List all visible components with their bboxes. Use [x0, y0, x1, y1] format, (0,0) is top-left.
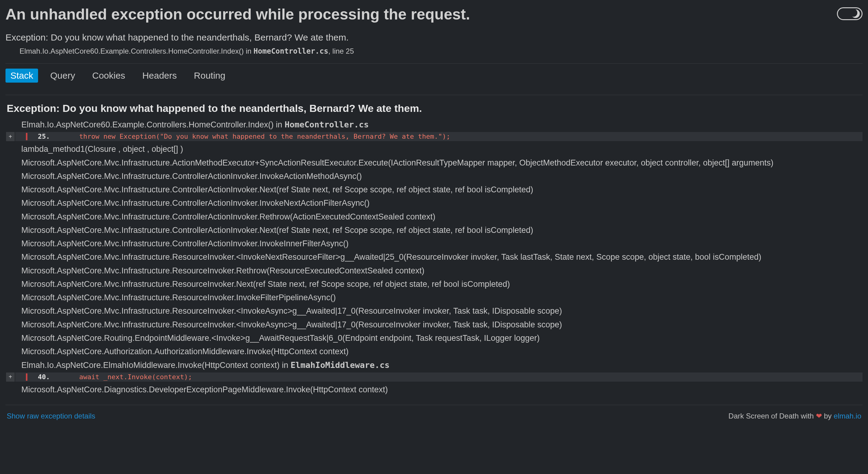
stack-frame[interactable]: Microsoft.AspNetCore.Mvc.Infrastructure.… — [21, 291, 863, 304]
stack-frame[interactable]: Elmah.Io.AspNetCore.ElmahIoMiddleware.In… — [21, 358, 863, 372]
footer-credit: Dark Screen of Death with ❤ by elmah.io — [728, 412, 861, 420]
stack-frame[interactable]: Microsoft.AspNetCore.Mvc.Infrastructure.… — [21, 264, 863, 277]
source-line: +25.throw new Exception("Do you know wha… — [15, 132, 863, 141]
expand-source-button[interactable]: + — [6, 132, 14, 141]
tab-stack[interactable]: Stack — [5, 68, 38, 83]
origin-line-prefix: , line — [328, 47, 346, 55]
moon-icon — [851, 9, 860, 18]
stack-frame[interactable]: Elmah.Io.AspNetCore60.Example.Controller… — [21, 118, 863, 131]
stack-frame[interactable]: Microsoft.AspNetCore.Mvc.Infrastructure.… — [21, 318, 863, 331]
heart-icon: ❤ — [816, 412, 822, 420]
source-line-number: 40. — [35, 373, 52, 382]
stack-frame[interactable]: Microsoft.AspNetCore.Mvc.Infrastructure.… — [21, 183, 863, 196]
credit-pre: Dark Screen of Death with — [728, 412, 816, 420]
tab-routing[interactable]: Routing — [189, 68, 230, 83]
stack-frame[interactable]: Microsoft.AspNetCore.Mvc.Infrastructure.… — [21, 170, 863, 183]
stack-frame[interactable]: Microsoft.AspNetCore.Diagnostics.Develop… — [21, 383, 863, 396]
stack-frame[interactable]: Microsoft.AspNetCore.Mvc.Infrastructure.… — [21, 224, 863, 237]
expand-source-button[interactable]: + — [6, 373, 14, 382]
exception-origin: Elmah.Io.AspNetCore60.Example.Controller… — [5, 47, 863, 56]
stack-frame[interactable]: Microsoft.AspNetCore.Mvc.Infrastructure.… — [21, 237, 863, 250]
source-line: +40.await _next.Invoke(context); — [15, 373, 863, 382]
stack-frame[interactable]: Microsoft.AspNetCore.Routing.EndpointMid… — [21, 331, 863, 345]
stack-frame[interactable]: lambda_method1(Closure , object , object… — [21, 142, 863, 156]
stack-frame[interactable]: Microsoft.AspNetCore.Mvc.Infrastructure.… — [21, 250, 863, 264]
stack-frame-file: ElmahIoMiddleware.cs — [290, 360, 390, 370]
source-line-number: 25. — [35, 132, 52, 141]
tab-bar: Stack Query Cookies Headers Routing — [5, 64, 863, 87]
theme-toggle[interactable] — [837, 7, 863, 20]
stack-frame[interactable]: Microsoft.AspNetCore.Mvc.Infrastructure.… — [21, 304, 863, 318]
page-title: An unhandled exception occurred while pr… — [5, 5, 470, 23]
origin-method: Elmah.Io.AspNetCore60.Example.Controller… — [20, 47, 253, 55]
source-code: await _next.Invoke(context); — [52, 373, 863, 382]
stack-heading: Exception: Do you know what happened to … — [5, 102, 863, 114]
stack-frames: Elmah.Io.AspNetCore60.Example.Controller… — [5, 118, 863, 396]
separator — [5, 95, 863, 95]
stack-frame[interactable]: Microsoft.AspNetCore.Mvc.Infrastructure.… — [21, 277, 863, 291]
source-code: throw new Exception("Do you know what ha… — [52, 132, 863, 141]
stack-frame[interactable]: Microsoft.AspNetCore.Mvc.Infrastructure.… — [21, 210, 863, 224]
elmah-link[interactable]: elmah.io — [834, 412, 861, 420]
exception-subtitle: Exception: Do you know what happened to … — [5, 32, 863, 43]
origin-line-no: 25 — [346, 47, 354, 55]
origin-file: HomeController.cs — [253, 47, 328, 56]
stack-frame[interactable]: Microsoft.AspNetCore.Mvc.Infrastructure.… — [21, 196, 863, 210]
show-raw-link[interactable]: Show raw exception details — [7, 412, 95, 420]
error-marker-icon — [14, 373, 35, 382]
tab-query[interactable]: Query — [45, 68, 80, 83]
error-marker-icon — [14, 132, 35, 141]
stack-frame-file: HomeController.cs — [284, 120, 369, 129]
stack-frame[interactable]: Microsoft.AspNetCore.Authorization.Autho… — [21, 345, 863, 358]
stack-frame[interactable]: Microsoft.AspNetCore.Mvc.Infrastructure.… — [21, 156, 863, 170]
footer-bar: Show raw exception details Dark Screen o… — [5, 405, 863, 429]
tab-cookies[interactable]: Cookies — [87, 68, 130, 83]
credit-mid: by — [822, 412, 834, 420]
tab-headers[interactable]: Headers — [137, 68, 182, 83]
